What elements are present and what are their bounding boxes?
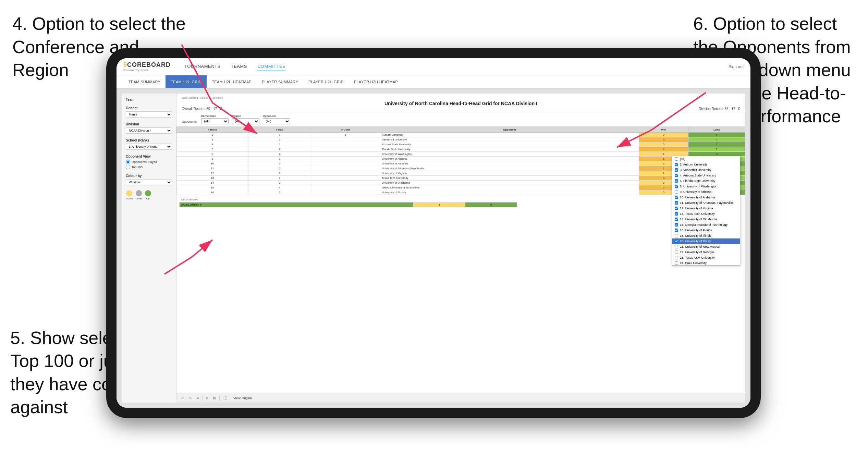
legend-level-label: Level	[135, 197, 142, 200]
cell-rank: 6	[177, 147, 248, 152]
dropdown-item[interactable]: 3. Vanderbilt University	[672, 167, 740, 173]
col-opponent: Opponent	[380, 127, 639, 133]
school-label: School (Rank)	[126, 138, 172, 142]
radio-top-100[interactable]: Top 100	[126, 165, 172, 169]
legend-up: Up	[145, 190, 151, 200]
cell-rank: 3	[177, 137, 248, 142]
sign-out-link[interactable]: Sign out	[729, 64, 744, 69]
dropdown-item[interactable]: 2. Auburn University	[672, 162, 740, 167]
tablet-device: 5COREBOARD Powered by Sport TOURNAMENTS …	[106, 48, 761, 418]
cell-team: University of Washington	[380, 152, 639, 157]
cell-win: 0	[639, 137, 688, 142]
cell-conf	[311, 166, 380, 171]
colour-by-select[interactable]: Win/loss	[126, 179, 172, 185]
gender-section: Gender Men's	[126, 106, 172, 118]
tab-team-h2h-heatmap[interactable]: TEAM H2H HEATMAP	[207, 75, 257, 88]
toolbar-undo[interactable]: ↩	[180, 395, 185, 401]
dropdown-item[interactable]: 15. Georgia Institute of Technology	[672, 222, 740, 228]
gender-label: Gender	[126, 106, 172, 110]
cell-conf: 1	[311, 133, 380, 137]
out-div-win: 1	[414, 202, 465, 207]
nav-teams[interactable]: TEAMS	[231, 62, 247, 71]
conference-filter-label: Conference	[201, 114, 229, 118]
dropdown-item[interactable]: 18. University of Illinois	[672, 233, 740, 238]
dropdown-item[interactable]: 10. University of Alabama	[672, 195, 740, 200]
tab-team-h2h-grid[interactable]: TEAM H2H GRID	[166, 75, 207, 88]
dropdown-item[interactable]: (All)	[672, 156, 740, 162]
nav-committee[interactable]: COMMITTEE	[257, 62, 286, 71]
dropdown-item[interactable]: 6. Florida State University	[672, 178, 740, 184]
dropdown-item[interactable]: 14. University of Oklahoma	[672, 217, 740, 222]
table-row: 10 5 University of Alabama 3 0	[177, 161, 745, 166]
cell-conf	[311, 142, 380, 147]
cell-rag: 1	[248, 133, 311, 137]
tab-player-h2h-heatmap[interactable]: PLAYER H2H HEATMAP	[349, 75, 403, 88]
legend-level-color	[136, 190, 142, 196]
cell-rank: 8	[177, 152, 248, 157]
cell-rag: 2	[248, 152, 311, 157]
cell-rank: 4	[177, 142, 248, 147]
team-section: Team	[126, 98, 172, 101]
dropdown-item[interactable]: 12. University of Virginia	[672, 206, 740, 211]
toolbar-copy[interactable]: ⎘	[205, 395, 210, 401]
cell-conf	[311, 171, 380, 176]
dropdown-item[interactable]: 8. University of Washington	[672, 184, 740, 189]
region-select[interactable]: (All)	[232, 118, 259, 124]
school-select[interactable]: 1. University of Nort...	[126, 144, 172, 150]
cell-win: 5	[639, 142, 688, 147]
tab-player-h2h-grid[interactable]: PLAYER H2H GRID	[303, 75, 349, 88]
toolbar-back[interactable]: ⬅	[195, 395, 200, 401]
legend-up-label: Up	[146, 197, 149, 200]
table-row: 15 4 Georgia Institute of Technology 5 0	[177, 185, 745, 190]
toolbar-paste[interactable]: ⊞	[212, 395, 217, 401]
conference-select[interactable]: (All)	[201, 118, 229, 124]
dropdown-item[interactable]: 23. Texas A&M University	[672, 255, 740, 260]
opponent-select[interactable]: (All)	[263, 118, 290, 124]
gender-select[interactable]: Men's	[126, 111, 172, 118]
division-select[interactable]: NCAA Division I	[126, 127, 172, 134]
opponent-dropdown: (All) 2. Auburn University 3. Vanderbilt…	[672, 156, 740, 266]
toolbar-clock[interactable]: 🕐	[222, 395, 229, 401]
cell-team: University of Arizona	[380, 157, 639, 161]
dropdown-item[interactable]: 20. University of Texas	[672, 238, 740, 244]
dropdown-item[interactable]: 24. Duke University	[672, 260, 740, 266]
table-row: 6 2 Florida State University 4 2	[177, 147, 745, 152]
radio-opponents-played[interactable]: Opponents Played	[126, 160, 172, 164]
dropdown-item[interactable]: 4. Arizona State University	[672, 173, 740, 178]
cell-rank: 16	[177, 190, 248, 195]
cell-rank: 12	[177, 171, 248, 176]
school-section: School (Rank) 1. University of Nort...	[126, 138, 172, 150]
dropdown-item[interactable]: 22. University of Georgia	[672, 249, 740, 255]
overall-record: Overall Record: 89 - 17 - 0	[182, 107, 222, 111]
cell-team: University of Florida	[380, 190, 639, 195]
logo: 5COREBOARD Powered by Sport	[123, 61, 181, 72]
col-conf: # Conf	[311, 127, 380, 133]
cell-rag: 1	[248, 176, 311, 181]
col-win: Win	[639, 127, 688, 133]
cell-rank: 15	[177, 185, 248, 190]
dropdown-item[interactable]: 16. University of Florida	[672, 228, 740, 233]
col-rag: # Rag	[248, 127, 311, 133]
out-of-division-section: Out of division NCAA Division II 1 0	[176, 195, 745, 209]
tablet-screen: 5COREBOARD Powered by Sport TOURNAMENTS …	[117, 58, 750, 408]
cell-conf	[311, 181, 380, 185]
app-header: 5COREBOARD Powered by Sport TOURNAMENTS …	[117, 58, 750, 75]
tab-player-summary[interactable]: PLAYER SUMMARY	[257, 75, 303, 88]
nav-tournaments[interactable]: TOURNAMENTS	[184, 62, 221, 71]
table-row: 9 3 University of Arizona 1 0	[177, 157, 745, 161]
cell-team: University of Alabama	[380, 161, 639, 166]
dropdown-item[interactable]: 21. University of New Mexico	[672, 244, 740, 249]
toolbar-redo[interactable]: ↪	[187, 395, 193, 401]
cell-team: Auburn University	[380, 133, 639, 137]
dropdown-item[interactable]: 11. University of Arkansas, Fayetteville	[672, 200, 740, 206]
tab-team-summary[interactable]: TEAM SUMMARY	[123, 75, 166, 88]
cell-rag: 1	[248, 142, 311, 147]
left-sidebar: Team Gender Men's Division NCAA Division…	[122, 94, 176, 403]
dropdown-item[interactable]: 9. University of Arizona	[672, 189, 740, 195]
out-div-loss: 0	[465, 202, 517, 207]
data-table-container: # Rank # Rag # Conf Opponent Win Loss	[176, 127, 745, 393]
cell-rank: 13	[177, 176, 248, 181]
dropdown-item[interactable]: 13. Texas Tech University	[672, 211, 740, 217]
grid-records: Overall Record: 89 - 17 - 0 Division Rec…	[182, 107, 740, 111]
division-section: Division NCAA Division I	[126, 122, 172, 134]
